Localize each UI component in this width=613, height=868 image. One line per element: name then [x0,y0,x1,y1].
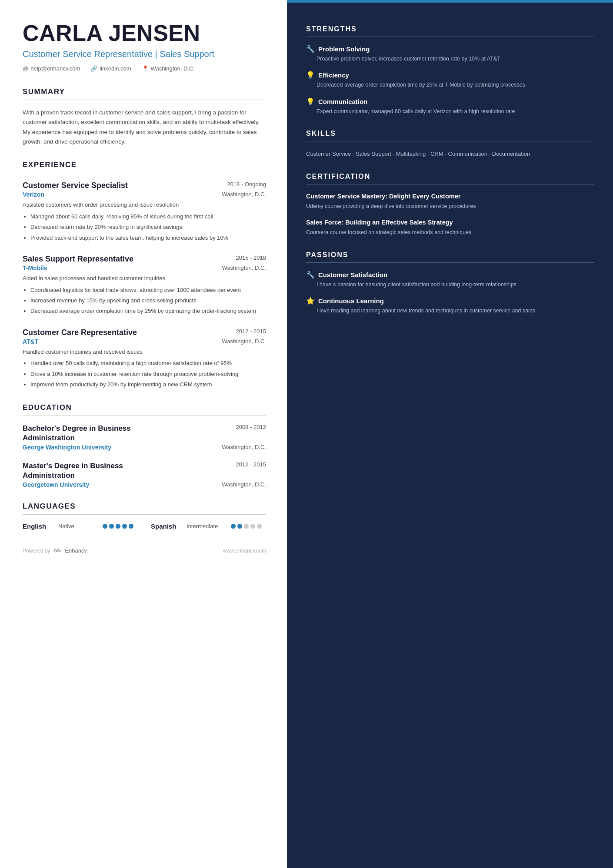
dot [122,524,127,529]
dot [129,524,133,529]
exp-date-3: 2012 - 2015 [236,328,266,335]
cert-title-2: Sales Force: Building an Effective Sales… [306,218,594,227]
lang-dots-spanish [231,524,262,529]
passion-desc-2: I love reading and learning about new tr… [306,307,594,315]
languages-divider [23,514,266,515]
edu-date-1: 2008 - 2012 [236,424,266,430]
passions-title: PASSIONS [306,251,594,259]
edu-school-2: Georgetown University [23,481,89,488]
certification-section: CERTIFICATION Customer Service Mastery: … [306,173,594,237]
bullet-item: Drove a 10% increase in customer retenti… [30,369,266,379]
bullet-item: Provided back-end support to the sales t… [30,233,266,242]
footer-powered: Powered by Enhancv [23,547,87,554]
footer-url: www.enhancv.com [223,548,266,554]
exp-date-1: 2018 - Ongoing [227,181,266,188]
exp-date-2: 2015 - 2018 [236,255,266,261]
edu-school-1: George Washington University [23,444,111,451]
strength-desc-2: Decreased average order completion time … [306,81,594,89]
strengths-title: STRENGTHS [306,25,594,33]
bullet-item: Increased revenue by 15% by upselling an… [30,296,266,305]
summary-text: With a proven track record in customer s… [23,108,266,147]
dot [109,524,114,529]
strengths-section: STRENGTHS 🔧 Problem Solving Proactive pr… [306,25,594,116]
email-contact: @ help@enhancv.com [23,65,80,72]
powered-label: Powered by [23,548,50,554]
skills-section: SKILLS Customer Service · Sales Support … [306,130,594,159]
education-section: EDUCATION Bachelor's Degree in Business … [23,403,266,488]
experience-section: EXPERIENCE Customer Service Specialist 2… [23,161,266,389]
dot [231,524,236,529]
lang-name-english: English [23,523,53,530]
edu-date-2: 2012 - 2015 [236,461,266,468]
footer: Powered by Enhancv www.enhancv.com [23,547,266,554]
email-icon: @ [23,65,28,72]
candidate-name: CARLA JENSEN [23,21,266,46]
strength-title-2: Efficiency [318,71,349,79]
location-icon: 📍 [142,65,149,72]
problem-solving-icon: 🔧 [306,45,315,53]
location-text: Washington, D.C. [151,65,195,72]
passions-divider [306,262,594,263]
edu-item-2: Master's Degree in Business Administrati… [23,461,266,488]
edu-item-1: Bachelor's Degree in Business Administra… [23,424,266,451]
bullet-item: Coordinated logistics for local trade sh… [30,285,266,295]
dot [116,524,120,529]
lang-dots-english [103,524,133,529]
languages-row: English Native Spanish Intermediate [23,523,266,530]
exp-company-2: T-Mobile [23,265,47,271]
lang-level-english: Native [58,523,97,530]
languages-section: LANGUAGES English Native [23,502,266,530]
strength-desc-3: Expert communicator, managed 60 calls da… [306,107,594,116]
strength-item-2: 💡 Efficiency Decreased average order com… [306,71,594,89]
certification-divider [306,184,594,184]
exp-location-2: Washington, D.C. [222,265,266,271]
dot [237,524,242,529]
linkedin-text: linkedin.com [100,65,131,72]
header-section: CARLA JENSEN Customer Service Representa… [23,21,266,72]
left-column: CARLA JENSEN Customer Service Representa… [0,0,287,868]
summary-section: SUMMARY With a proven track record in cu… [23,87,266,147]
passion-desc-1: I have a passion for ensuring client sat… [306,281,594,289]
candidate-title: Customer Service Representative | Sales … [23,49,266,59]
exp-item-2: Sales Support Representative 2015 - 2018… [23,255,266,316]
strength-title-1: Problem Solving [318,45,370,53]
dot [250,524,255,529]
exp-location-1: Washington, D.C. [222,191,266,198]
email-text: help@enhancv.com [30,65,80,72]
brand-name: Enhancv [65,547,87,554]
enhancv-logo-icon [53,548,62,554]
strength-title-3: Communication [318,98,367,105]
right-column: STRENGTHS 🔧 Problem Solving Proactive pr… [287,0,613,868]
efficiency-icon: 💡 [306,71,315,79]
skills-title: SKILLS [306,130,594,137]
dot [103,524,107,529]
exp-desc-1: Assisted customers with order processing… [23,201,266,209]
top-accent [287,0,613,3]
exp-title-2: Sales Support Representative [23,255,133,264]
strength-item-3: 💡 Communication Expert communicator, man… [306,97,594,116]
passion-item-1: 🔧 Customer Satisfaction I have a passion… [306,271,594,289]
passion-item-2: ⭐ Continuous Learning I love reading and… [306,297,594,315]
edu-degree-1: Bachelor's Degree in Business Administra… [23,424,162,443]
exp-title-3: Customer Care Representative [23,328,137,337]
bullet-item: Managed about 60 calls daily, resolving … [30,212,266,221]
experience-divider [23,173,266,173]
exp-bullets-2: Coordinated logistics for local trade sh… [23,285,266,316]
lang-english: English Native [23,523,133,530]
exp-item-3: Customer Care Representative 2012 - 2015… [23,328,266,389]
lang-spanish: Spanish Intermediate [151,523,262,530]
exp-company-3: AT&T [23,338,38,345]
communication-icon: 💡 [306,97,315,106]
exp-company-1: Verizon [23,191,44,198]
exp-desc-2: Aided in sales processes and handled cus… [23,274,266,283]
bullet-item: Decreased average order completion time … [30,306,266,315]
skills-text: Customer Service · Sales Support · Multi… [306,149,594,159]
exp-title-1: Customer Service Specialist [23,181,128,190]
linkedin-icon: 🔗 [90,65,97,72]
bullet-item: Decreased return rate by 20% resulting i… [30,222,266,231]
summary-divider [23,100,266,100]
cert-desc-2: Coursera course focused on strategic sal… [306,228,594,237]
location-contact: 📍 Washington, D.C. [142,65,195,72]
bullet-item: Handled over 50 calls daily, maintaining… [30,359,266,368]
dot [244,524,249,529]
